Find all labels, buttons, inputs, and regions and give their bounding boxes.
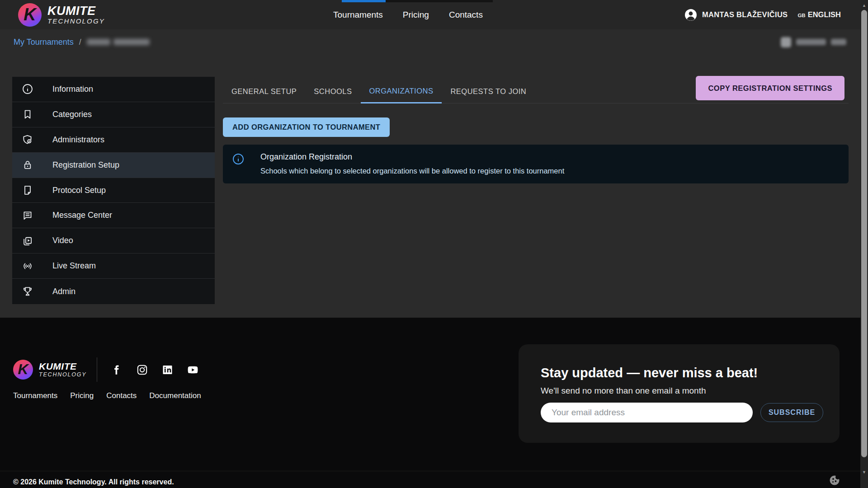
sidebar-item-video[interactable]: Video [12,228,215,253]
tab-organizations[interactable]: ORGANIZATIONS [361,80,442,103]
tab-general-setup[interactable]: GENERAL SETUP [223,80,305,103]
footer-link-documentation[interactable]: Documentation [149,391,201,400]
breadcrumb-current-redacted [87,39,150,45]
main-nav: Tournaments Pricing Contacts [333,0,483,29]
avatar-icon [684,9,697,21]
nav-pricing[interactable]: Pricing [403,10,429,20]
info-icon [22,83,33,95]
nav-tournaments[interactable]: Tournaments [333,10,383,20]
trophy-icon [22,286,33,297]
language-selector[interactable]: GB ENGLISH [797,10,841,19]
header: K KUMITE TECHNOLOGY Tournaments Pricing … [0,0,868,29]
kumite-logo-icon: K [13,360,33,380]
sidebar-item-registration-setup[interactable]: Registration Setup [12,153,215,178]
sidebar-item-categories[interactable]: Categories [12,102,215,127]
subscribe-button[interactable]: SUBSCRIBE [760,403,823,422]
instagram-icon[interactable] [136,364,148,376]
footer-brand-subtitle: TECHNOLOGY [39,371,87,378]
cookie-settings-icon[interactable] [829,474,840,486]
footer-brand-name: KUMITE [39,361,87,371]
lock-icon [22,159,33,171]
user-menu[interactable]: MANTAS BLAŽEVIČIUS GB ENGLISH [684,9,841,21]
organization-registration-alert: Organization Registration Schools which … [223,145,849,183]
footer-link-contacts[interactable]: Contacts [106,391,137,400]
tournament-date-badge [781,37,846,47]
scrollbar-up-arrow[interactable]: ▲ [860,1,868,9]
footer-link-tournaments[interactable]: Tournaments [13,391,57,400]
breadcrumb-my-tournaments[interactable]: My Tournaments [14,38,74,47]
shield-person-icon [22,134,33,145]
sidebar-item-administrators[interactable]: Administrators [12,127,215,153]
email-input[interactable] [541,403,753,422]
breadcrumb: My Tournaments / [0,29,868,55]
brand-name: KUMITE [47,5,105,17]
info-icon [232,153,244,165]
add-organization-button[interactable]: ADD ORGANIZATION TO TOURNAMENT [223,117,390,137]
sidebar-item-protocol-setup[interactable]: Protocol Setup [12,178,215,203]
top-progress-strip [342,0,386,2]
language-code: GB [797,13,805,18]
footer: K KUMITE TECHNOLOGY Tournamen [0,318,868,488]
language-name: ENGLISH [808,10,841,19]
copy-registration-settings-button[interactable]: COPY REGISTRATION SETTINGS [696,76,844,100]
breadcrumb-separator: / [79,38,81,47]
scrollbar-thumb[interactable] [861,10,867,457]
brand-logo[interactable]: K KUMITE TECHNOLOGY [18,3,105,27]
copyright-text: © 2026 Kumite Technology. All rights res… [13,478,174,486]
video-icon [22,235,33,247]
social-links [111,364,199,376]
brand-subtitle: TECHNOLOGY [47,17,105,25]
message-icon [22,210,33,221]
tournament-sidebar: Information Categories Administrators Re… [12,77,215,304]
kumite-logo-icon: K [18,3,42,27]
sidebar-item-admin[interactable]: Admin [12,279,215,304]
footer-divider [97,357,97,382]
nav-contacts[interactable]: Contacts [449,10,483,20]
sidebar-item-live-stream[interactable]: Live Stream [12,253,215,279]
broadcast-icon [22,260,33,272]
user-name: MANTAS BLAŽEVIČIUS [702,10,788,19]
newsletter-title: Stay updated — never miss a beat! [541,366,758,380]
newsletter-subtitle: We'll send no more than one email a mont… [541,386,706,396]
alert-body: Schools which belong to selected organiz… [260,167,564,175]
footer-brand-logo[interactable]: K KUMITE TECHNOLOGY [13,360,87,380]
youtube-icon[interactable] [187,364,199,376]
sidebar-item-message-center[interactable]: Message Center [12,203,215,228]
page-scrollbar[interactable]: ▲ ▼ [860,0,868,488]
top-dark-strip [386,0,493,2]
newsletter-card: Stay updated — never miss a beat! We'll … [519,344,840,443]
alert-title: Organization Registration [260,152,564,162]
footer-links: Tournaments Pricing Contacts Documentati… [13,391,201,400]
calendar-icon [781,37,791,47]
tab-schools[interactable]: SCHOOLS [305,80,360,103]
linkedin-icon[interactable] [161,364,174,376]
sidebar-item-information[interactable]: Information [12,77,215,102]
tab-requests-to-join[interactable]: REQUESTS TO JOIN [442,80,535,103]
facebook-icon[interactable] [111,364,123,376]
document-icon [22,184,33,196]
scrollbar-down-arrow[interactable]: ▼ [860,468,868,476]
footer-bottom-divider [0,471,868,471]
footer-link-pricing[interactable]: Pricing [70,391,94,400]
bookmark-icon [22,108,33,120]
